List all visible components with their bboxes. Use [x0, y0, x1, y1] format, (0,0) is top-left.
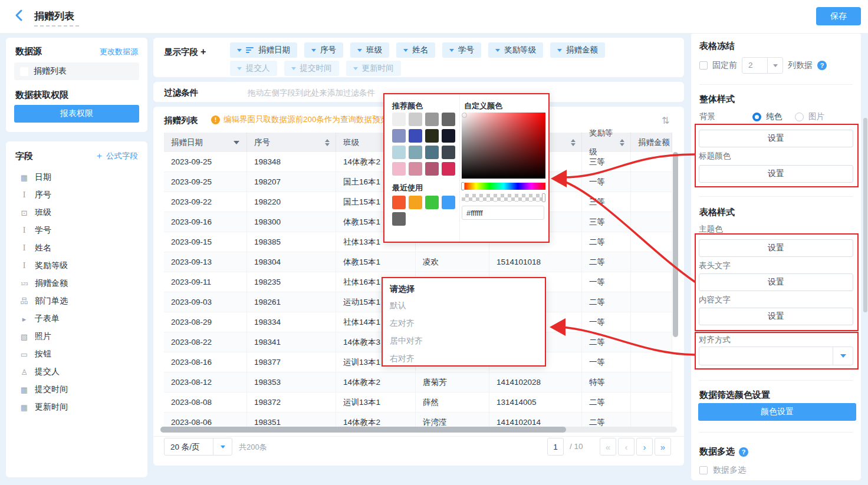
color-swatch[interactable]: [392, 196, 406, 209]
field-chip-更新时间[interactable]: 更新时间: [346, 61, 401, 76]
table-vertical-scrollbar[interactable]: [673, 152, 678, 337]
field-chip-提交时间[interactable]: 提交时间: [284, 61, 339, 76]
page-input[interactable]: 1: [547, 438, 564, 456]
theme-color-set-button[interactable]: 设置: [699, 239, 853, 257]
radio-image[interactable]: [795, 113, 804, 121]
field-item-提交时间[interactable]: ▦提交时间: [6, 381, 147, 398]
field-chip-班级[interactable]: 班级: [350, 42, 389, 58]
column-header-label: 班级: [343, 133, 359, 152]
sort-icon[interactable]: [325, 139, 330, 146]
content-text-set-button[interactable]: 设置: [699, 308, 853, 325]
multi-select-checkbox[interactable]: [699, 466, 708, 474]
field-item-更新时间[interactable]: ▦更新时间: [6, 398, 147, 416]
change-datasource-link[interactable]: 更改数据源: [100, 47, 138, 57]
color-swatch[interactable]: [425, 162, 439, 176]
datasource-item[interactable]: 捐赠列表: [14, 62, 139, 80]
field-item-照片[interactable]: ▧照片: [6, 328, 147, 345]
field-chip-提交人[interactable]: 提交人: [230, 61, 277, 76]
table-sort-tool-icon[interactable]: ⇅: [662, 115, 669, 126]
color-swatch[interactable]: [442, 129, 455, 143]
add-field-icon[interactable]: +: [200, 47, 206, 57]
pager-button-disabled[interactable]: ‹: [618, 438, 634, 456]
alpha-slider-handle[interactable]: [542, 193, 545, 202]
field-item-部门单选[interactable]: 品部门单选: [6, 292, 147, 310]
report-permission-button[interactable]: 报表权限: [14, 105, 139, 123]
field-chip-捐赠金额[interactable]: 捐赠金额: [550, 42, 605, 58]
hex-input[interactable]: #ffffff: [462, 206, 544, 220]
color-swatch[interactable]: [442, 162, 455, 176]
field-item-班级[interactable]: ⊡班级: [6, 204, 147, 222]
column-header-捐赠金额[interactable]: 捐赠金额: [631, 133, 672, 152]
field-item-学号[interactable]: I学号: [6, 222, 147, 239]
hue-slider[interactable]: [462, 183, 545, 190]
color-swatch[interactable]: [425, 196, 439, 209]
pager-button[interactable]: ›: [636, 438, 653, 456]
page-size-select[interactable]: 20 条/页: [164, 438, 232, 456]
color-swatch[interactable]: [442, 146, 455, 159]
help-icon[interactable]: ?: [739, 447, 748, 457]
sort-icon[interactable]: [571, 139, 576, 146]
alpha-slider[interactable]: [462, 194, 545, 202]
field-item-提交人[interactable]: ♙提交人: [6, 363, 147, 381]
color-swatch[interactable]: [409, 196, 422, 209]
color-swatch[interactable]: [392, 162, 406, 176]
color-swatch[interactable]: [442, 113, 455, 126]
pager-button-disabled[interactable]: «: [600, 438, 616, 456]
align-option-默认[interactable]: 默认: [383, 297, 545, 315]
column-header-奖励等级[interactable]: 奖励等级: [582, 133, 631, 152]
color-swatch[interactable]: [409, 162, 422, 176]
radio-solid[interactable]: [752, 113, 761, 121]
color-swatch[interactable]: [392, 129, 406, 143]
align-select[interactable]: [699, 347, 853, 365]
freeze-checkbox[interactable]: [699, 61, 708, 70]
color-swatch[interactable]: [425, 113, 439, 126]
field-chip-奖励等级[interactable]: 奖励等级: [488, 42, 543, 58]
color-swatch[interactable]: [392, 146, 406, 159]
align-option-左对齐[interactable]: 左对齐: [383, 315, 545, 332]
freeze-count-select[interactable]: 2: [742, 57, 783, 74]
color-swatch[interactable]: [425, 129, 439, 143]
filter-caret-icon[interactable]: [234, 141, 239, 144]
color-swatch[interactable]: [409, 113, 422, 126]
color-swatch[interactable]: [409, 146, 422, 159]
field-item-日期[interactable]: ▦日期: [6, 169, 147, 186]
saturation-gradient[interactable]: [462, 113, 545, 179]
save-button[interactable]: 保存: [816, 7, 861, 25]
gradient-cursor[interactable]: [462, 113, 467, 118]
color-swatch[interactable]: [392, 113, 406, 126]
field-item-姓名[interactable]: I姓名: [6, 239, 147, 257]
field-item-按钮[interactable]: ▭按钮: [6, 345, 147, 363]
color-swatch[interactable]: [392, 212, 406, 226]
help-icon[interactable]: ?: [817, 61, 827, 70]
align-option-居中对齐[interactable]: 居中对齐: [383, 332, 545, 350]
align-option-右对齐[interactable]: 右对齐: [383, 350, 545, 368]
color-swatch[interactable]: [425, 146, 439, 159]
field-item-label: 提交时间: [35, 384, 68, 395]
field-item-捐赠金额[interactable]: 123捐赠金额: [6, 275, 147, 292]
field-item-子表单[interactable]: ▸子表单: [6, 310, 147, 328]
sort-icon[interactable]: [620, 139, 624, 146]
header-text-set-button[interactable]: 设置: [699, 273, 853, 291]
background-set-button[interactable]: 设置: [699, 130, 853, 147]
filter-dropzone[interactable]: 拖动左侧字段到此处来添加过滤条件: [248, 88, 375, 98]
column-header-捐赠日期[interactable]: 捐赠日期: [164, 133, 247, 152]
field-item-奖励等级[interactable]: I奖励等级: [6, 257, 147, 275]
color-settings-button[interactable]: 颜色设置: [698, 403, 856, 421]
add-formula-field-link[interactable]: ＋ 公式字段: [95, 150, 138, 161]
table-horizontal-scrollbar[interactable]: [160, 427, 566, 433]
field-item-label: 按钮: [35, 349, 51, 359]
pager-button[interactable]: »: [655, 438, 671, 456]
color-swatch[interactable]: [442, 196, 455, 209]
title-color-set-button[interactable]: 设置: [699, 165, 853, 183]
back-icon[interactable]: [14, 9, 27, 24]
field-chip-姓名[interactable]: 姓名: [396, 42, 435, 58]
field-item-序号[interactable]: I序号: [6, 186, 147, 204]
field-item-label: 部门单选: [35, 296, 68, 306]
field-chip-学号[interactable]: 学号: [442, 42, 481, 58]
color-swatch[interactable]: [409, 129, 422, 143]
hue-slider-handle[interactable]: [461, 182, 465, 190]
field-chip-序号[interactable]: 序号: [304, 42, 343, 58]
window-scrollbar[interactable]: [863, 118, 867, 312]
field-chip-捐赠日期[interactable]: 捐赠日期: [230, 42, 297, 58]
column-header-序号[interactable]: 序号: [247, 133, 336, 152]
